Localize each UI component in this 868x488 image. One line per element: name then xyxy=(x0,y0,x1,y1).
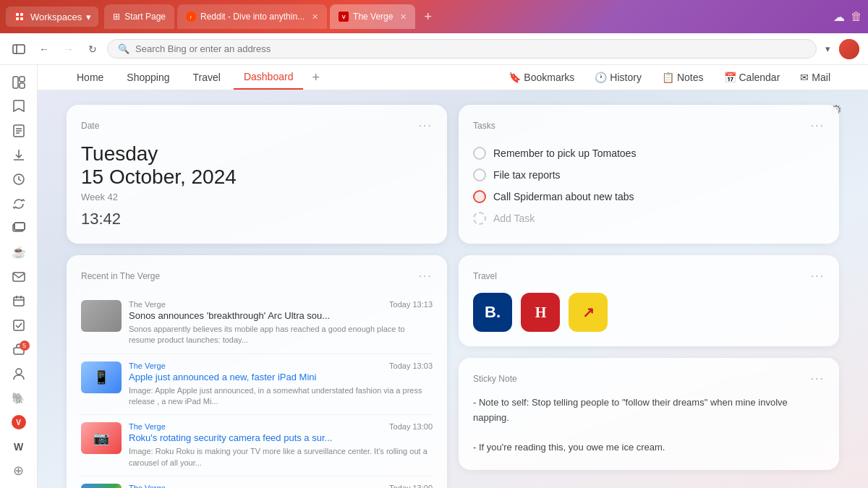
bookmark-icon: 🔖 xyxy=(509,72,521,83)
news-item-3[interactable]: 📷 The Verge Today 13:00 Roku's rotating … xyxy=(81,415,433,476)
main-content: Home Shopping Travel Dashboard + 🔖 Bookm… xyxy=(38,65,868,488)
news-desc-2: Image: Apple Apple just announced, in a … xyxy=(129,385,433,408)
nav-history[interactable]: 🕐 History xyxy=(586,66,650,89)
workspace-label: Workspaces xyxy=(30,12,82,22)
trash-icon[interactable]: 🗑 xyxy=(851,10,862,23)
refresh-button[interactable]: ↻ xyxy=(84,40,101,58)
nav-item-shopping[interactable]: Shopping xyxy=(116,66,179,89)
news-source-1: The Verge xyxy=(129,300,166,309)
sticky-card-title: Sticky Note xyxy=(473,374,517,384)
task-checkbox-1[interactable] xyxy=(473,147,486,160)
task-checkbox-3[interactable] xyxy=(473,190,486,203)
nav-add-icon[interactable]: + xyxy=(306,67,326,88)
news-item-2[interactable]: 📱 The Verge Today 13:03 Apple just annou… xyxy=(81,354,433,416)
nav-mail-label: Mail xyxy=(812,72,830,83)
sidebar-item-extensions[interactable] xyxy=(6,338,32,361)
sidebar-item-tasks[interactable] xyxy=(6,314,32,337)
recent-card-header: Recent in The Verge ··· xyxy=(81,270,433,283)
news-title-1: Sonos announces 'breakthrough' Arc Ultra… xyxy=(129,310,433,322)
sidebar-toggle-button[interactable] xyxy=(9,39,29,59)
cloud-icon[interactable]: ☁ xyxy=(833,10,845,24)
tab-verge-close-icon[interactable]: ✕ xyxy=(400,12,407,22)
svg-rect-8 xyxy=(20,83,25,88)
week-num: Week 42 xyxy=(81,192,433,202)
mail-icon: ✉ xyxy=(800,72,809,83)
task-item-3: Call Spiderman about new tabs xyxy=(473,186,825,207)
recent-card-menu[interactable]: ··· xyxy=(419,270,433,283)
nav-bookmarks[interactable]: 🔖 Bookmarks xyxy=(500,66,583,89)
page-nav: Home Shopping Travel Dashboard + 🔖 Bookm… xyxy=(38,65,868,90)
sidebar-item-add[interactable]: ⊕ xyxy=(6,460,32,483)
tasks-card-header: Tasks ··· xyxy=(473,119,825,132)
sidebar-item-vivaldi[interactable]: V xyxy=(6,411,32,434)
tasks-card: Tasks ··· Remember to pick up Tomatoes F… xyxy=(459,105,839,244)
address-input[interactable] xyxy=(135,43,806,54)
back-button[interactable]: ← xyxy=(35,40,54,58)
nav-item-home[interactable]: Home xyxy=(67,66,114,89)
nav-notes[interactable]: 📋 Notes xyxy=(653,66,712,89)
full-date: 15 October, 2024 xyxy=(81,166,433,189)
task-label-1: Remember to pick up Tomatoes xyxy=(493,147,636,159)
travel-app-booking[interactable]: B. xyxy=(473,293,512,332)
dashboard-area: ⚙ Date ··· Tuesday 15 October, 2024 Week… xyxy=(38,90,868,488)
nav-item-travel[interactable]: Travel xyxy=(183,66,231,89)
workspace-button[interactable]: Workspaces ▾ xyxy=(6,7,98,27)
nav-calendar[interactable]: 📅 Calendar xyxy=(715,66,789,89)
travel-card-menu[interactable]: ··· xyxy=(811,270,825,283)
nav-item-dashboard[interactable]: Dashboard xyxy=(234,65,304,90)
news-time-3: Today 13:00 xyxy=(389,422,433,431)
sticky-card-menu[interactable]: ··· xyxy=(811,372,825,385)
task-add-circle-icon xyxy=(473,212,486,225)
day-name: Tuesday xyxy=(81,142,433,166)
date-card-menu[interactable]: ··· xyxy=(419,119,433,132)
recent-card-title: Recent in The Verge xyxy=(81,271,160,281)
workspace-logo xyxy=(13,10,26,23)
sidebar-item-history[interactable] xyxy=(6,168,32,191)
tab-reddit-label: Reddit - Dive into anythin... xyxy=(200,12,305,22)
nav-mail[interactable]: ✉ Mail xyxy=(791,66,839,89)
new-tab-button[interactable]: + xyxy=(418,7,438,27)
forward-button[interactable]: → xyxy=(59,40,78,58)
news-time-4: Today 13:00 xyxy=(389,484,433,488)
sidebar-item-sync[interactable] xyxy=(6,192,32,215)
news-time-1: Today 13:13 xyxy=(389,300,433,309)
sidebar-item-wikipedia[interactable]: W xyxy=(6,435,32,458)
sidebar-item-bookmarks[interactable] xyxy=(6,95,32,119)
nav-history-label: History xyxy=(610,72,642,83)
news-title-2: Apple just announced a new, faster iPad … xyxy=(129,372,433,384)
calendar-icon: 📅 xyxy=(724,72,736,83)
history-icon: 🕐 xyxy=(595,72,607,83)
task-checkbox-2[interactable] xyxy=(473,168,486,181)
tab-reddit-close-icon[interactable]: ✕ xyxy=(312,12,318,22)
svg-rect-24 xyxy=(14,348,24,354)
address-bar[interactable]: 🔍 xyxy=(107,39,817,59)
tab-startpage[interactable]: ⊞ Start Page xyxy=(104,4,174,29)
nav-bar: ← → ↻ 🔍 ▾ xyxy=(0,33,868,65)
tab-reddit[interactable]: r Reddit - Dive into anythin... ✕ xyxy=(177,4,327,29)
travel-app-kayak[interactable]: ↗ xyxy=(569,293,608,332)
tasks-card-menu[interactable]: ··· xyxy=(811,119,825,132)
sidebar-item-mail[interactable] xyxy=(6,265,32,288)
sidebar-item-reader[interactable] xyxy=(6,119,32,142)
nav-notes-label: Notes xyxy=(677,72,704,83)
sidebar-item-contacts[interactable] xyxy=(6,362,32,385)
search-icon: 🔍 xyxy=(118,43,129,54)
avatar[interactable] xyxy=(839,39,859,59)
reddit-favicon: r xyxy=(186,12,196,22)
sidebar-item-tab-stacks[interactable] xyxy=(6,217,32,240)
sidebar-item-mastodon[interactable]: 🐘 xyxy=(6,387,32,410)
sidebar-item-calendar[interactable] xyxy=(6,289,32,312)
sidebar-item-downloads[interactable] xyxy=(6,144,32,167)
sidebar-item-coffee[interactable]: ☕ xyxy=(6,241,32,264)
right-column: Travel ··· B. H ↗ Sticky Note xyxy=(459,255,839,488)
task-add-button[interactable]: Add Task xyxy=(473,207,825,229)
sticky-note-card: Sticky Note ··· - Note to self: Stop tel… xyxy=(459,358,839,470)
travel-app-hilton[interactable]: H xyxy=(521,293,560,332)
tab-verge[interactable]: V The Verge ✕ xyxy=(330,4,415,29)
sidebar-item-panels[interactable] xyxy=(6,71,32,94)
news-item-4[interactable]: 🛍 The Verge Today 13:00 Google Shopping … xyxy=(81,476,433,488)
news-item-1[interactable]: The Verge Today 13:13 Sonos announces 'b… xyxy=(81,293,433,354)
tab-startpage-icon: ⊞ xyxy=(113,12,120,22)
sidebar: ☕ 🐘 V W ⊕ xyxy=(0,65,38,488)
nav-dropdown-button[interactable]: ▾ xyxy=(822,40,833,57)
